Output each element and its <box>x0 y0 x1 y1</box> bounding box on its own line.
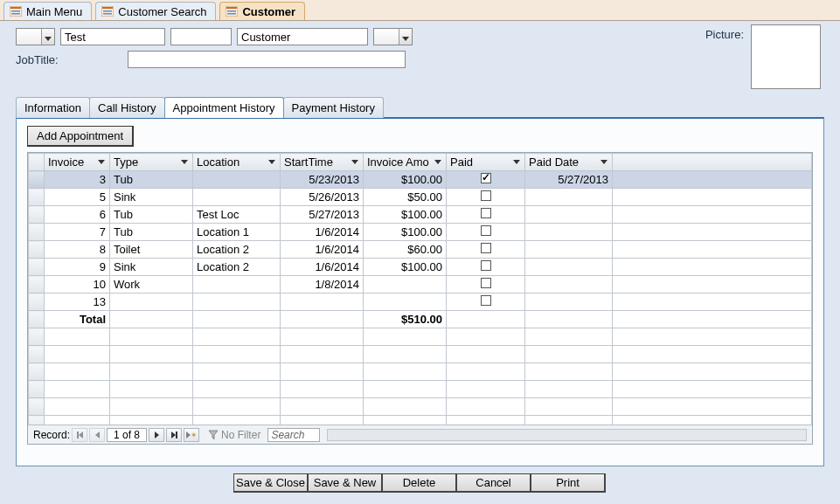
nav-next-button[interactable] <box>149 428 164 442</box>
cell-start[interactable]: 5/27/2013 <box>281 206 364 224</box>
tab-information[interactable]: Information <box>16 97 90 118</box>
cell-amount[interactable]: $100.00 <box>364 259 447 276</box>
table-row[interactable]: 9SinkLocation 21/6/2014$100.00 <box>29 259 812 276</box>
cancel-button[interactable]: Cancel <box>456 473 531 493</box>
cell-location[interactable] <box>193 171 281 189</box>
cell-paid-date[interactable] <box>525 241 613 259</box>
paid-checkbox[interactable] <box>481 173 491 183</box>
tab-appointment-history[interactable]: Appointment History <box>164 97 284 118</box>
tab-call-history[interactable]: Call History <box>89 97 164 118</box>
cell-location[interactable]: Location 1 <box>193 224 281 241</box>
row-selector[interactable] <box>29 224 45 241</box>
sort-dropdown-icon[interactable] <box>434 158 442 167</box>
last-name-input[interactable] <box>237 28 368 45</box>
row-selector[interactable] <box>29 259 45 276</box>
cell-paid[interactable] <box>447 189 525 206</box>
cell-location[interactable]: Location 2 <box>193 241 281 259</box>
cell-paid[interactable] <box>447 259 525 276</box>
cell-paid-date[interactable] <box>525 276 613 293</box>
cell-type[interactable]: Tub <box>110 224 193 241</box>
first-name-input[interactable] <box>60 28 165 45</box>
cell-invoice[interactable]: 7 <box>45 224 110 241</box>
row-selector[interactable] <box>29 206 45 224</box>
sort-dropdown-icon[interactable] <box>267 158 276 167</box>
row-selector[interactable] <box>29 241 45 259</box>
nav-first-button[interactable] <box>72 428 87 442</box>
cell-invoice[interactable]: 8 <box>45 241 110 259</box>
row-selector[interactable] <box>29 276 45 293</box>
tab-payment-history[interactable]: Payment History <box>283 97 384 118</box>
paid-checkbox[interactable] <box>481 295 491 306</box>
nav-last-button[interactable] <box>166 428 182 442</box>
search-input[interactable] <box>267 428 320 442</box>
cell-location[interactable] <box>193 276 281 293</box>
sort-dropdown-icon[interactable] <box>351 158 359 167</box>
job-title-input[interactable] <box>128 51 406 68</box>
row-selector[interactable] <box>29 189 45 206</box>
paid-checkbox[interactable] <box>481 243 491 253</box>
cell-paid-date[interactable] <box>525 189 613 206</box>
cell-paid[interactable] <box>447 224 525 241</box>
middle-name-input[interactable] <box>170 28 232 45</box>
cell-location[interactable]: Location 2 <box>193 259 281 276</box>
table-row[interactable]: 13 <box>29 293 812 311</box>
cell-paid-date[interactable] <box>525 206 613 224</box>
cell-location[interactable] <box>193 293 281 311</box>
cell-invoice[interactable]: 9 <box>45 259 110 276</box>
picture-box[interactable] <box>751 24 821 89</box>
sort-dropdown-icon[interactable] <box>97 158 106 167</box>
cell-amount[interactable] <box>364 293 447 311</box>
cell-amount[interactable]: $100.00 <box>364 171 447 189</box>
cell-amount[interactable]: $100.00 <box>364 224 447 241</box>
paid-checkbox[interactable] <box>481 225 491 236</box>
table-row[interactable]: 6TubTest Loc5/27/2013$100.00 <box>29 206 812 224</box>
cell-paid-date[interactable] <box>525 224 613 241</box>
cell-start[interactable]: 1/8/2014 <box>281 276 364 293</box>
save-new-button[interactable]: Save & New <box>308 473 383 493</box>
cell-start[interactable]: 1/6/2014 <box>281 241 364 259</box>
cell-invoice[interactable]: 10 <box>45 276 110 293</box>
cell-amount[interactable]: $100.00 <box>364 206 447 224</box>
cell-paid[interactable] <box>447 241 525 259</box>
cell-amount[interactable]: $60.00 <box>364 241 447 259</box>
cell-type[interactable]: Toilet <box>110 241 193 259</box>
sort-dropdown-icon[interactable] <box>600 158 608 167</box>
cell-amount[interactable] <box>364 276 447 293</box>
cell-paid-date[interactable] <box>525 259 613 276</box>
table-row[interactable]: 5Sink5/26/2013$50.00 <box>29 189 812 206</box>
cell-paid-date[interactable] <box>525 293 613 311</box>
cell-invoice[interactable]: 5 <box>45 189 110 206</box>
add-appointment-button[interactable]: Add Appointment <box>27 126 134 147</box>
cell-type[interactable]: Work <box>110 276 193 293</box>
cell-invoice[interactable]: 6 <box>45 206 110 224</box>
sort-dropdown-icon[interactable] <box>180 158 189 167</box>
paid-checkbox[interactable] <box>481 190 491 201</box>
cell-type[interactable]: Tub <box>110 171 193 189</box>
column-header[interactable]: Location <box>193 154 281 171</box>
cell-paid[interactable] <box>447 293 525 311</box>
cell-type[interactable] <box>110 293 193 311</box>
paid-checkbox[interactable] <box>481 260 491 271</box>
horizontal-scrollbar[interactable] <box>327 429 807 441</box>
column-header[interactable]: Invoice <box>45 154 110 171</box>
save-close-button[interactable]: Save & Close <box>233 473 309 493</box>
paid-checkbox[interactable] <box>481 278 491 288</box>
delete-button[interactable]: Delete <box>382 473 457 493</box>
cell-invoice[interactable]: 3 <box>45 171 110 189</box>
window-tab-customer-search[interactable]: Customer Search <box>95 2 216 20</box>
print-button[interactable]: Print <box>531 473 606 493</box>
column-header[interactable]: Paid Date <box>525 154 613 171</box>
table-row[interactable]: 8ToiletLocation 21/6/2014$60.00 <box>29 241 812 259</box>
prefix-combo[interactable] <box>16 28 55 45</box>
suffix-combo[interactable] <box>373 28 413 45</box>
table-row[interactable]: 7TubLocation 11/6/2014$100.00 <box>29 224 812 241</box>
cell-paid[interactable] <box>447 171 525 189</box>
cell-invoice[interactable]: 13 <box>45 293 110 311</box>
cell-paid-date[interactable]: 5/27/2013 <box>525 171 613 189</box>
cell-start[interactable]: 5/23/2013 <box>281 171 364 189</box>
cell-start[interactable]: 1/6/2014 <box>281 224 364 241</box>
column-header[interactable]: StartTime <box>281 154 364 171</box>
row-selector[interactable] <box>29 171 45 189</box>
window-tab-customer[interactable]: Customer <box>219 2 305 20</box>
table-row[interactable]: 3Tub5/23/2013$100.005/27/2013 <box>29 171 812 189</box>
